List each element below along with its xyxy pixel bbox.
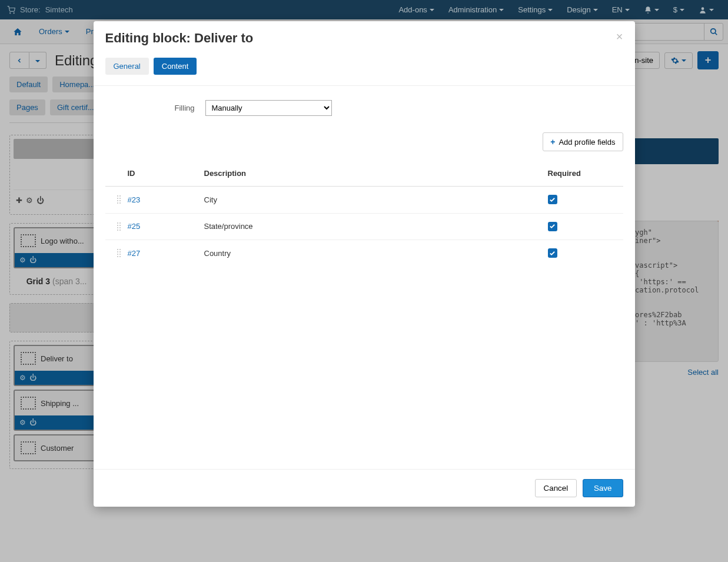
drag-icon xyxy=(117,195,121,204)
table-row: #25 State/province xyxy=(105,214,623,241)
close-button[interactable]: × xyxy=(616,31,623,42)
add-profile-fields-button[interactable]: + Add profile fields xyxy=(543,132,623,151)
drag-icon xyxy=(117,248,121,258)
check-icon xyxy=(549,197,556,203)
modal-tabs: General Content xyxy=(94,51,635,86)
row-desc: Country xyxy=(204,249,548,258)
header-desc: Description xyxy=(204,169,548,178)
row-desc: City xyxy=(204,195,548,204)
required-checkbox[interactable] xyxy=(548,248,557,258)
table-header: ID Description Required xyxy=(105,161,623,187)
filling-label: Filling xyxy=(105,104,205,112)
check-icon xyxy=(549,223,556,230)
check-icon xyxy=(549,250,556,257)
modal-body: Filling Manually + Add profile fields ID… xyxy=(94,86,635,469)
fields-table: ID Description Required #23 City xyxy=(105,161,623,267)
header-id: ID xyxy=(128,169,204,178)
table-row: #23 City xyxy=(105,187,623,214)
tab-content[interactable]: Content xyxy=(154,58,197,75)
required-checkbox[interactable] xyxy=(548,222,557,231)
drag-icon xyxy=(117,222,121,231)
modal-title: Editing block: Deliver to xyxy=(105,31,254,46)
filling-select[interactable]: Manually xyxy=(205,100,332,116)
modal-footer: Cancel Save xyxy=(94,469,635,478)
required-checkbox[interactable] xyxy=(548,195,557,204)
row-id-link[interactable]: #25 xyxy=(128,222,141,231)
drag-handle[interactable] xyxy=(110,248,128,258)
modal-overlay[interactable]: Editing block: Deliver to × General Cont… xyxy=(0,0,728,477)
row-id-link[interactable]: #23 xyxy=(128,195,141,204)
table-row: #27 Country xyxy=(105,240,623,267)
plus-icon: + xyxy=(550,137,555,147)
filling-row: Filling Manually xyxy=(105,100,623,116)
header-required: Required xyxy=(548,169,619,178)
tab-general[interactable]: General xyxy=(105,58,149,75)
modal: Editing block: Deliver to × General Cont… xyxy=(94,21,635,477)
drag-handle[interactable] xyxy=(110,222,128,231)
row-desc: State/province xyxy=(204,222,548,231)
add-fields-label: Add profile fields xyxy=(559,138,615,147)
drag-handle[interactable] xyxy=(110,195,128,204)
row-id-link[interactable]: #27 xyxy=(128,249,141,258)
